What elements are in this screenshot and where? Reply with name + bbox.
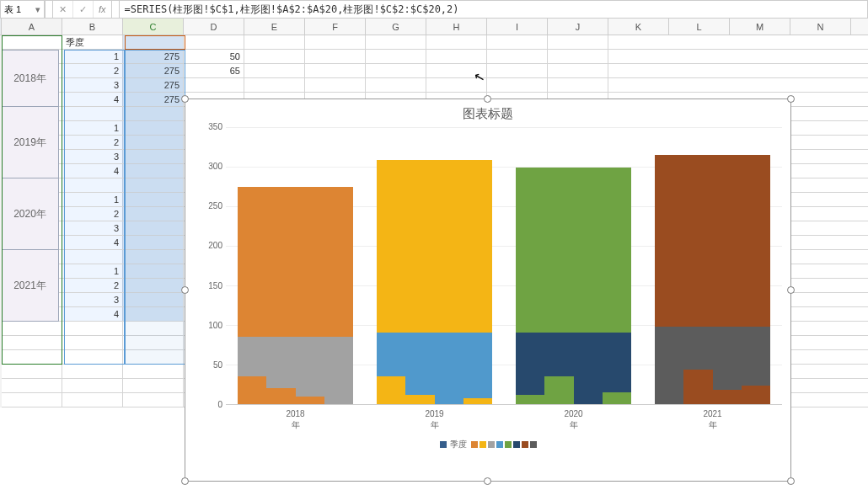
sub-bar[interactable] [266,337,295,388]
cell[interactable]: 65 [184,64,244,77]
cell[interactable] [2,336,62,349]
bar-cluster[interactable] [651,127,774,404]
cell[interactable] [123,150,184,163]
cell[interactable]: 3 [62,293,123,306]
cell[interactable]: 4 [62,164,123,178]
cell[interactable] [123,193,184,206]
cell[interactable] [123,307,184,321]
sub-bar[interactable] [713,327,742,390]
cell[interactable] [123,136,184,149]
resize-handle-sw[interactable] [181,477,189,485]
sub-bar[interactable] [655,327,683,404]
cancel-formula-button[interactable]: ✕ [53,1,73,18]
col-header-D[interactable]: D [184,19,244,35]
cell[interactable] [62,107,123,120]
cell[interactable] [2,350,62,364]
cell[interactable] [305,64,366,77]
name-box[interactable]: 表 1 ▾ [1,1,45,18]
cell[interactable] [487,50,548,63]
fx-icon[interactable]: fx [94,4,111,14]
cell[interactable]: 1 [62,121,123,135]
cell[interactable] [305,50,366,63]
cell[interactable] [548,35,608,49]
plot-area[interactable]: 350300250200150100500 [185,127,790,405]
bar-cluster[interactable] [234,127,356,404]
cell[interactable] [548,64,608,77]
sub-bar[interactable] [742,327,770,386]
cell[interactable] [123,379,184,392]
sub-bar[interactable] [435,333,463,404]
cell[interactable]: 2 [62,136,123,149]
sub-bar[interactable] [516,333,544,395]
cell[interactable] [487,64,548,77]
cell[interactable] [548,78,608,92]
cell[interactable] [487,35,548,49]
cell[interactable] [62,379,123,392]
col-header-I[interactable]: I [487,19,548,35]
col-header-A[interactable]: A [2,19,62,35]
col-header-C[interactable]: C [123,19,184,35]
cell[interactable] [487,78,548,92]
cell[interactable] [184,78,244,92]
cell[interactable] [123,350,184,364]
cell[interactable] [366,50,426,63]
cell[interactable] [123,250,184,264]
cell[interactable] [244,78,305,92]
sub-bar[interactable] [683,327,712,370]
cell[interactable]: 275 [123,78,184,92]
resize-handle-nw[interactable] [181,95,189,103]
cell[interactable] [2,35,62,49]
resize-handle-s[interactable] [484,477,491,485]
cell[interactable] [123,207,184,221]
cell[interactable] [123,178,184,192]
sub-bar[interactable] [574,333,603,404]
cell[interactable]: 2 [62,207,123,221]
col-header-M[interactable]: M [730,19,790,35]
col-header-G[interactable]: G [366,19,426,35]
accept-formula-button[interactable]: ✓ [73,1,94,18]
cell[interactable] [123,221,184,235]
cell[interactable]: 2 [62,279,123,292]
cell[interactable] [2,393,62,407]
cell[interactable] [244,35,305,49]
col-header-B[interactable]: B [62,19,123,35]
resize-handle-w[interactable] [181,286,189,294]
col-header-F[interactable]: F [305,19,366,35]
cell[interactable] [62,178,123,192]
resize-handle-se[interactable] [787,477,795,485]
cell[interactable] [2,322,62,335]
resize-handle-ne[interactable] [787,95,795,103]
name-box-dropdown-icon[interactable]: ▾ [35,4,40,15]
chart-legend[interactable]: 季度 [185,430,790,459]
grid-row[interactable]: 3275 [2,78,868,93]
bar-cluster[interactable] [512,127,635,404]
sub-bar[interactable] [544,333,573,376]
cell[interactable] [62,250,123,264]
cell[interactable]: 1 [62,193,123,206]
col-header-H[interactable]: H [426,19,487,35]
cell[interactable] [123,121,184,135]
cell[interactable] [305,78,366,92]
sub-bar[interactable] [463,333,492,398]
cell[interactable] [62,393,123,407]
cell[interactable] [123,365,184,378]
grid-row[interactable]: 227565 [2,64,868,78]
cell[interactable] [184,35,244,49]
col-header-K[interactable]: K [608,19,669,35]
cell[interactable]: 3 [62,78,123,92]
cell[interactable]: 4 [62,236,123,249]
cell[interactable] [62,322,123,335]
grid-row[interactable]: 季度 [2,35,868,50]
cell[interactable]: 275 [123,93,184,106]
col-header-L[interactable]: L [669,19,730,35]
cell[interactable] [62,336,123,349]
cell[interactable] [123,107,184,120]
cell[interactable] [123,236,184,249]
cell[interactable] [2,365,62,378]
cell[interactable] [123,35,184,49]
cell[interactable]: 275 [123,50,184,63]
cell[interactable] [123,393,184,407]
col-header-J[interactable]: J [548,19,608,35]
cell[interactable]: 1 [62,264,123,278]
cell[interactable] [123,322,184,335]
